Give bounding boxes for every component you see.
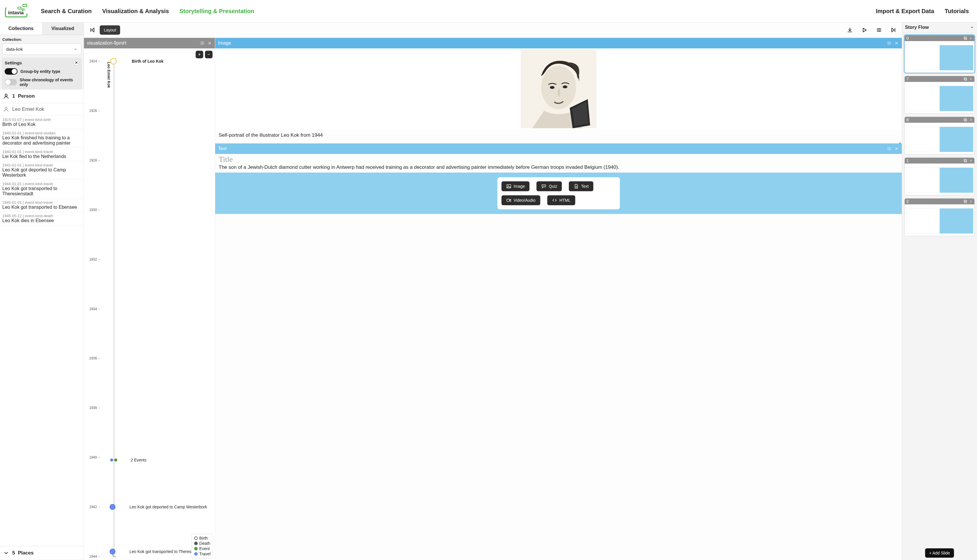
slide-number: 8 — [907, 117, 962, 122]
close-icon[interactable] — [969, 200, 973, 203]
code-icon — [552, 198, 557, 203]
collection-select[interactable]: data-kok — [2, 43, 81, 55]
duplicate-icon[interactable] — [963, 118, 967, 122]
event-title: Leo Kok got transported to Ebensee — [2, 205, 81, 210]
toggle-group-entity[interactable] — [5, 68, 17, 75]
event-item[interactable]: 1942-01-01 | event-kind-travelLeo Kok go… — [0, 161, 84, 180]
duplicate-icon[interactable] — [963, 77, 967, 81]
svg-rect-25 — [965, 160, 967, 162]
svg-point-4 — [5, 94, 7, 96]
event-dot[interactable] — [110, 548, 115, 555]
toggle-chrono-label: Show chronology of events only — [20, 78, 79, 87]
download-button[interactable] — [846, 26, 854, 34]
storyflow-panel: Story Flow 0 7 8 1 2 + Add Slide — [902, 22, 977, 560]
portrait-image — [521, 50, 597, 128]
tab-collections[interactable]: Collections — [0, 22, 42, 35]
topbar: intavia Search & Curation Visualization … — [0, 0, 977, 22]
settings-close[interactable]: ✕ — [74, 60, 79, 65]
svg-rect-21 — [965, 78, 967, 80]
zoom-in-button[interactable]: + — [196, 51, 203, 58]
timeline[interactable]: + − Leo Emiel Kok Birth of Leo Kok — [84, 48, 215, 560]
vis-settings-icon[interactable] — [200, 40, 205, 46]
video-icon — [506, 198, 512, 203]
nav-visual[interactable]: Visualization & Analysis — [102, 8, 169, 15]
slide[interactable]: 7 — [904, 76, 975, 114]
add-text-button[interactable]: Text — [569, 181, 593, 191]
person-icon — [3, 106, 9, 113]
image-settings-icon[interactable] — [887, 40, 892, 46]
section-person[interactable]: 1 Person — [0, 89, 84, 103]
nav-tutorials[interactable]: Tutorials — [945, 8, 969, 15]
resize-handle[interactable]: ◢ — [215, 141, 902, 143]
logo: intavia — [4, 3, 31, 19]
close-icon[interactable] — [969, 37, 973, 40]
places-label: Places — [18, 550, 33, 556]
year-tick: 1932 — [89, 257, 97, 262]
svg-point-17 — [544, 186, 545, 186]
settings-button[interactable] — [875, 26, 883, 34]
event-dot[interactable] — [110, 458, 113, 462]
text-content[interactable]: The son of a Jewish-Dutch diamond cutter… — [218, 164, 898, 170]
add-slide-button[interactable]: + Add Slide — [925, 548, 954, 558]
event-item[interactable]: 1940-01-01 | event-kind-travelLei Kok fl… — [0, 148, 84, 161]
timeline-entity-label: Leo Emiel Kok — [107, 62, 111, 88]
image-caption: Self-portrait of the illustrator Leo Kok… — [215, 130, 902, 141]
section-places[interactable]: 5 Places — [0, 546, 84, 560]
duplicate-icon[interactable] — [963, 158, 967, 163]
add-html-button[interactable]: HTML — [547, 195, 575, 205]
layout-button[interactable]: Layout — [100, 25, 120, 35]
duplicate-icon[interactable] — [963, 36, 967, 40]
add-image-button[interactable]: Image — [502, 181, 530, 191]
slide[interactable]: 0 — [904, 35, 975, 73]
svg-point-6 — [879, 28, 880, 29]
event-dot[interactable] — [110, 504, 115, 510]
places-count: 5 — [12, 550, 15, 556]
nav-search[interactable]: Search & Curation — [41, 8, 92, 15]
svg-point-16 — [544, 186, 544, 186]
quiz-icon — [541, 184, 546, 189]
zoom-out-button[interactable]: − — [205, 51, 213, 58]
event-item[interactable]: 1923-01-07 | event-kind-birthBirth of Le… — [0, 116, 84, 129]
text-title-placeholder[interactable]: Title — [218, 155, 898, 164]
image-close-icon[interactable] — [894, 41, 899, 45]
event-title: Leo Kok finished his training to a decor… — [2, 135, 81, 146]
event-label: 2 Events — [131, 458, 147, 462]
toggle-chronology[interactable] — [5, 79, 17, 85]
add-video-button[interactable]: Video/Audio — [502, 195, 540, 205]
duplicate-icon[interactable] — [963, 199, 967, 203]
year-tick: 1930 — [89, 208, 97, 212]
event-item[interactable]: 1945-01-01 | event-kind-travelLeo Kok go… — [0, 198, 84, 212]
event-dot-birth[interactable] — [110, 58, 117, 65]
event-dot[interactable] — [114, 458, 117, 462]
event-meta: 1945-01-01 | event-kind-travel — [2, 200, 81, 205]
slide[interactable]: 8 — [904, 117, 975, 155]
svg-rect-28 — [964, 200, 966, 202]
close-icon[interactable] — [969, 159, 973, 162]
text-close-icon[interactable] — [894, 146, 899, 151]
slide[interactable]: 1 — [904, 157, 975, 195]
text-settings-icon[interactable] — [887, 146, 892, 151]
go-last-button[interactable] — [890, 26, 898, 34]
svg-rect-1 — [18, 7, 21, 9]
event-item[interactable]: 1944-01-01 | event-kind-travelLeo Kok go… — [0, 180, 84, 198]
slide[interactable]: 2 — [904, 198, 975, 236]
event-item[interactable]: 1940-01-01 | event-kind-studiesLeo Kok f… — [0, 129, 84, 148]
nav-import[interactable]: Import & Export Data — [876, 8, 934, 15]
chevron-down-icon[interactable] — [970, 25, 974, 30]
event-meta: 1945-05-12 | event-kind-death — [2, 214, 81, 218]
svg-point-15 — [543, 186, 544, 186]
go-first-button[interactable] — [88, 26, 96, 34]
tab-visualized[interactable]: Visualized — [42, 22, 84, 35]
close-icon[interactable] — [969, 77, 973, 81]
svg-point-8 — [879, 31, 880, 32]
top-nav: Search & Curation Visualization & Analys… — [41, 8, 254, 15]
slide-number: 1 — [907, 158, 962, 163]
close-icon[interactable] — [969, 118, 973, 122]
vis-close-icon[interactable] — [207, 41, 212, 45]
nav-story[interactable]: Storytelling & Presentation — [179, 8, 254, 15]
play-button[interactable] — [860, 26, 869, 34]
add-quiz-button[interactable]: Quiz — [537, 181, 562, 191]
entity-row[interactable]: Leo Emiel Kok — [0, 103, 84, 116]
event-item[interactable]: 1945-05-12 | event-kind-deathLeo Kok die… — [0, 212, 84, 225]
event-title: Leo Kok got deported to Camp Westerbork — [2, 167, 81, 178]
